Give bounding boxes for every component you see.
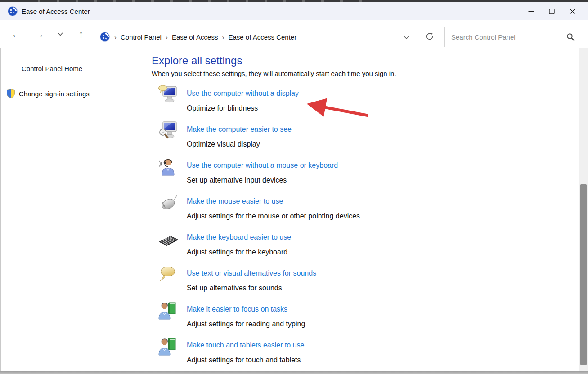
monitor-magnifier-icon — [157, 120, 179, 141]
setting-description: Set up alternative input devices — [187, 175, 338, 185]
list-item: Use text or visual alternatives for soun… — [152, 263, 512, 299]
list-item: Make the keyboard easier to use Adjust s… — [152, 227, 512, 263]
list-item: Use the computer without a display Optim… — [152, 84, 512, 120]
ease-of-access-icon — [7, 6, 18, 17]
forward-arrow-icon: → — [35, 28, 45, 40]
person-headset-icon — [157, 156, 179, 177]
window-controls — [521, 2, 588, 20]
setting-link-make-computer-easier-to-see[interactable]: Make the computer easier to see — [187, 125, 292, 134]
search-icon[interactable] — [566, 33, 575, 41]
vertical-scrollbar[interactable] — [579, 48, 588, 371]
setting-link-use-computer-without-display[interactable]: Use the computer without a display — [187, 89, 299, 98]
chevron-down-icon — [58, 32, 63, 36]
breadcrumb-item-control-panel[interactable]: Control Panel — [121, 33, 162, 41]
background-window-text-fragments — [31, 0, 373, 2]
setting-link-use-computer-without-mouse-or-keyboard[interactable]: Use the computer without a mouse or keyb… — [187, 160, 338, 170]
mouse-icon — [157, 192, 179, 213]
back-arrow-icon: ← — [11, 28, 21, 40]
setting-description: Optimize visual display — [187, 139, 292, 149]
setting-description: Adjust settings for the mouse or other p… — [187, 211, 360, 221]
recent-pages-button[interactable] — [52, 20, 68, 48]
chevron-down-icon — [404, 36, 409, 40]
page-subtitle: When you select these settings, they wil… — [152, 70, 396, 77]
setting-description: Optimize for blindness — [187, 103, 299, 113]
setting-link-use-text-or-visual-alternatives-for-sounds[interactable]: Use text or visual alternatives for soun… — [187, 268, 316, 278]
list-item: Make touch and tablets easier to use Adj… — [152, 335, 512, 371]
setting-description: Adjust settings for touch and tablets — [187, 355, 305, 365]
maximize-icon — [549, 9, 555, 14]
breadcrumb-separator: › — [166, 33, 168, 41]
breadcrumb-item-ease-of-access-center[interactable]: Ease of Access Center — [228, 33, 296, 41]
window-title: Ease of Access Center — [22, 8, 90, 15]
close-icon — [570, 9, 575, 14]
refresh-icon — [425, 32, 434, 41]
background-window-bottom-edge — [0, 371, 588, 374]
search-input[interactable] — [451, 33, 566, 41]
scrollbar-thumb[interactable] — [580, 184, 587, 365]
keyboard-icon — [157, 228, 179, 249]
person-book-icon — [157, 300, 179, 321]
search-box[interactable] — [444, 27, 581, 47]
maximize-button[interactable] — [541, 2, 562, 20]
title-bar: Ease of Access Center — [0, 2, 588, 20]
setting-link-make-touch-and-tablets-easier-to-use[interactable]: Make touch and tablets easier to use — [187, 340, 305, 350]
monitor-speech-icon — [157, 85, 179, 105]
list-item: Make the mouse easier to use Adjust sett… — [152, 191, 512, 227]
sidebar-item-control-panel-home[interactable]: Control Panel Home — [22, 65, 82, 72]
up-button[interactable]: ↑ — [72, 20, 90, 48]
forward-button[interactable]: → — [31, 20, 49, 48]
breadcrumb-item-ease-of-access[interactable]: Ease of Access — [172, 33, 218, 41]
list-item: Make the computer easier to see Optimize… — [152, 120, 512, 156]
back-button[interactable]: ← — [7, 20, 25, 48]
setting-link-make-it-easier-to-focus-on-tasks[interactable]: Make it easier to focus on tasks — [187, 304, 305, 314]
setting-description: Set up alternatives for sounds — [187, 283, 316, 293]
address-dropdown-button[interactable] — [404, 33, 409, 41]
person-book-icon — [157, 336, 179, 357]
refresh-button[interactable] — [425, 32, 434, 42]
close-button[interactable] — [562, 2, 583, 20]
speech-balloon-icon — [157, 264, 179, 285]
sidebar-item-change-sign-in-settings[interactable]: Change sign-in settings — [6, 89, 90, 98]
breadcrumb-separator: › — [222, 33, 224, 41]
uac-shield-icon — [6, 89, 16, 98]
minimize-button[interactable] — [521, 2, 541, 20]
list-item: Make it easier to focus on tasks Adjust … — [152, 299, 512, 335]
breadcrumb[interactable]: › Control Panel › Ease of Access › Ease … — [94, 27, 440, 47]
navigation-bar: ← → ↑ › Control Panel › Ease of Access ›… — [0, 20, 588, 48]
minimize-icon — [528, 9, 534, 14]
setting-description: Adjust settings for the keyboard — [187, 247, 291, 257]
settings-list: Use the computer without a display Optim… — [152, 84, 512, 371]
ease-of-access-icon — [99, 31, 110, 42]
page-title: Explore all settings — [152, 54, 242, 67]
up-arrow-icon: ↑ — [79, 28, 84, 40]
breadcrumb-separator: › — [114, 33, 117, 41]
list-item: Use the computer without a mouse or keyb… — [152, 156, 512, 191]
setting-link-make-mouse-easier-to-use[interactable]: Make the mouse easier to use — [187, 196, 360, 206]
sidebar-item-label: Change sign-in settings — [19, 90, 90, 98]
setting-link-make-keyboard-easier-to-use[interactable]: Make the keyboard easier to use — [187, 232, 291, 242]
background-window-left-edge — [0, 20, 1, 371]
setting-description: Adjust settings for reading and typing — [187, 319, 305, 329]
